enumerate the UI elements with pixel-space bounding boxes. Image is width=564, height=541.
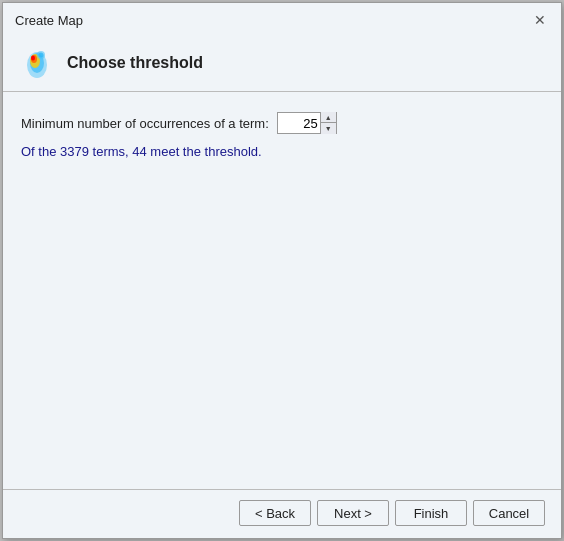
min-occurrences-input[interactable] bbox=[278, 113, 320, 133]
title-bar: Create Map ✕ bbox=[3, 3, 561, 35]
spin-up-button[interactable]: ▲ bbox=[320, 112, 336, 123]
cancel-button[interactable]: Cancel bbox=[473, 500, 545, 526]
footer: < Back Next > Finish Cancel bbox=[3, 489, 561, 538]
spinner-wrapper: ▲ ▼ bbox=[277, 112, 337, 134]
spinner-buttons: ▲ ▼ bbox=[320, 112, 336, 134]
content-area: Minimum number of occurrences of a term:… bbox=[3, 92, 561, 489]
min-occurrences-row: Minimum number of occurrences of a term:… bbox=[21, 112, 543, 134]
min-occurrences-label: Minimum number of occurrences of a term: bbox=[21, 116, 269, 131]
finish-button[interactable]: Finish bbox=[395, 500, 467, 526]
svg-point-4 bbox=[31, 56, 35, 61]
svg-point-6 bbox=[39, 53, 44, 58]
back-button[interactable]: < Back bbox=[239, 500, 311, 526]
dialog-title: Create Map bbox=[15, 13, 83, 28]
spin-down-button[interactable]: ▼ bbox=[320, 123, 336, 134]
threshold-info: Of the 3379 terms, 44 meet the threshold… bbox=[21, 144, 543, 159]
next-button[interactable]: Next > bbox=[317, 500, 389, 526]
close-button[interactable]: ✕ bbox=[531, 11, 549, 29]
heatmap-icon bbox=[19, 45, 55, 81]
header-title: Choose threshold bbox=[67, 54, 203, 72]
create-map-dialog: Create Map ✕ Choose threshold Minimum nu… bbox=[2, 2, 562, 539]
header-section: Choose threshold bbox=[3, 35, 561, 92]
